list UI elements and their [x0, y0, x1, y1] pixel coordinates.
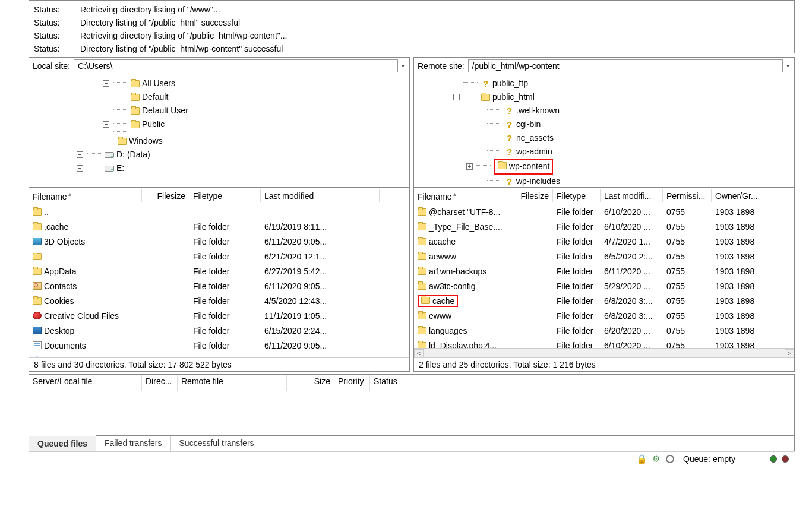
list-item[interactable]: ewww File folder 6/8/2020 3:... 0755 190… [414, 308, 794, 323]
tree-item[interactable]: ?cgi-bin [416, 118, 792, 131]
list-item[interactable]: ld_Display.php:4... File folder 6/10/202… [414, 338, 794, 348]
expander-icon[interactable]: − [453, 94, 460, 100]
tree-item[interactable]: + wp-content [416, 159, 792, 175]
tree-item[interactable]: ?wp-includes [416, 175, 792, 188]
list-item[interactable]: AppData File folder 6/27/2019 5:42... [29, 264, 409, 278]
folder-icon [418, 327, 426, 334]
col-filetype[interactable]: Filetype [189, 189, 261, 202]
file-permissions: 0755 [663, 267, 712, 276]
lock-icon[interactable]: 🔒 [637, 454, 646, 464]
col-status[interactable]: Status [370, 375, 459, 391]
col-permissions[interactable]: Permissi... [663, 189, 712, 202]
tree-item[interactable]: ?public_ftp [416, 77, 792, 90]
expander-icon[interactable]: + [90, 138, 96, 144]
list-item[interactable]: .. [29, 204, 409, 219]
col-direction[interactable]: Direc... [142, 375, 178, 391]
file-name: languages [429, 326, 467, 335]
tree-item[interactable]: +All Users [31, 77, 407, 90]
col-filetype[interactable]: Filetype [553, 189, 601, 202]
folder-icon [418, 223, 426, 230]
list-item[interactable]: aewww File folder 6/5/2020 2:... 0755 19… [414, 249, 794, 264]
tree-item[interactable]: +Default [31, 90, 407, 104]
local-columns[interactable]: Filename▴ Filesize Filetype Last modifie… [29, 188, 409, 204]
list-item[interactable]: Contacts File folder 6/11/2020 9:05... [29, 278, 409, 293]
tree-item[interactable]: −public_html [416, 90, 792, 104]
list-item[interactable]: cache File folder 6/8/2020 3:... 0755 19… [414, 293, 794, 308]
local-files[interactable]: .. .cache File folder 6/19/2019 8:11...3… [29, 204, 409, 357]
col-priority[interactable]: Priority [334, 375, 370, 391]
local-tree[interactable]: +All Users+DefaultDefault User+Public+Wi… [29, 74, 410, 188]
remote-hscroll[interactable]: <> [414, 348, 794, 357]
queue-body[interactable] [29, 391, 794, 435]
chevron-down-icon[interactable]: ▾ [786, 62, 789, 69]
remote-pane: Remote site: ▾ ?public_ftp−public_html?.… [413, 57, 795, 372]
list-item[interactable]: languages File folder 6/20/2020 ... 0755… [414, 323, 794, 338]
folder-icon [33, 208, 42, 216]
list-item[interactable]: File folder 6/21/2020 12:1... [29, 249, 409, 264]
tree-item[interactable]: ?.well-known [416, 104, 792, 118]
col-filename[interactable]: Filename▴ [29, 189, 142, 203]
remote-path-input[interactable] [468, 59, 783, 72]
tree-item[interactable]: ?wp-admin [416, 145, 792, 159]
transfer-queue: Server/Local file Direc... Remote file S… [29, 374, 795, 451]
expander-icon[interactable]: + [103, 94, 109, 100]
col-lastmod[interactable]: Last modified [261, 189, 380, 202]
col-owner[interactable]: Owner/Gr... [712, 189, 759, 202]
col-lastmod[interactable]: Last modifi... [601, 189, 663, 202]
list-item[interactable]: Cookies File folder 4/5/2020 12:43... [29, 293, 409, 308]
file-permissions: 0755 [663, 281, 712, 291]
gear-icon[interactable]: ⚙ [651, 454, 661, 464]
expander-icon[interactable]: + [466, 163, 473, 170]
col-server[interactable]: Server/Local file [29, 375, 142, 391]
disc-icon[interactable] [665, 454, 675, 464]
remote-site-label: Remote site: [418, 61, 465, 71]
tab-success[interactable]: Successful transfers [171, 436, 263, 451]
file-name: _Type_File_Base.... [429, 222, 503, 232]
remote-tree[interactable]: ?public_ftp−public_html?.well-known?cgi-… [413, 74, 795, 188]
list-item[interactable]: acache File folder 4/7/2020 1... 0755 19… [414, 234, 794, 249]
list-item[interactable]: aw3tc-config File folder 5/29/2020 ... 0… [414, 278, 794, 293]
list-item[interactable]: Creative Cloud Files File folder 11/1/20… [29, 308, 409, 323]
expander-icon[interactable]: + [77, 165, 83, 172]
led-green [770, 455, 777, 463]
list-item[interactable]: .cache File folder 6/19/2019 8:11... [29, 219, 409, 234]
tab-queued[interactable]: Queued files [29, 435, 96, 451]
tree-item[interactable]: Default User [31, 104, 407, 118]
file-type: File folder [189, 222, 261, 232]
remote-columns[interactable]: Filename▴ Filesize Filetype Last modifi.… [414, 188, 794, 204]
tree-item[interactable]: +E: [31, 162, 407, 175]
col-filesize[interactable]: Filesize [516, 189, 553, 202]
tree-item[interactable]: +D: (Data) [31, 148, 407, 162]
list-item[interactable]: @charset "UTF-8... File folder 6/10/2020… [414, 204, 794, 219]
folder-icon [33, 268, 42, 275]
tree-item[interactable]: ?nc_assets [416, 131, 792, 145]
tab-failed[interactable]: Failed transfers [96, 436, 170, 451]
col-size[interactable]: Size [287, 375, 334, 391]
status-log[interactable]: Status: Retrieving directory listing of … [29, 0, 795, 53]
expander-icon[interactable]: + [103, 121, 109, 128]
list-item[interactable]: _Type_File_Base.... File folder 6/10/202… [414, 219, 794, 234]
file-name: ld_Display.php:4... [429, 341, 497, 349]
file-type: File folder [189, 341, 261, 350]
file-modified: 6/19/2019 8:11... [261, 222, 380, 232]
list-item[interactable]: 3D Objects File folder 6/11/2020 9:05... [29, 234, 409, 249]
file-owner: 1903 1898 [712, 296, 759, 306]
tree-item[interactable]: +Windows [31, 134, 407, 148]
list-item[interactable]: ⬇Downloads File folder 6/21/2020 12:1... [29, 353, 409, 357]
file-name: ai1wm-backups [429, 267, 486, 276]
col-remote[interactable]: Remote file [178, 375, 287, 391]
chevron-down-icon[interactable]: ▾ [402, 62, 405, 69]
local-path-input[interactable] [74, 59, 398, 72]
folder-icon [33, 297, 42, 305]
remote-files[interactable]: @charset "UTF-8... File folder 6/10/2020… [414, 204, 794, 348]
col-filename[interactable]: Filename▴ [414, 189, 516, 203]
expander-icon[interactable]: + [103, 80, 109, 87]
list-item[interactable]: ai1wm-backups File folder 6/11/2020 ... … [414, 264, 794, 278]
queue-columns[interactable]: Server/Local file Direc... Remote file S… [29, 375, 794, 391]
col-filesize[interactable]: Filesize [142, 189, 189, 202]
expander-icon[interactable]: + [77, 151, 83, 158]
file-modified: 6/11/2020 ... [601, 267, 663, 276]
list-item[interactable]: Documents File folder 6/11/2020 9:05... [29, 338, 409, 353]
tree-item[interactable]: +Public [31, 118, 407, 131]
list-item[interactable]: Desktop File folder 6/15/2020 2:24... [29, 323, 409, 338]
